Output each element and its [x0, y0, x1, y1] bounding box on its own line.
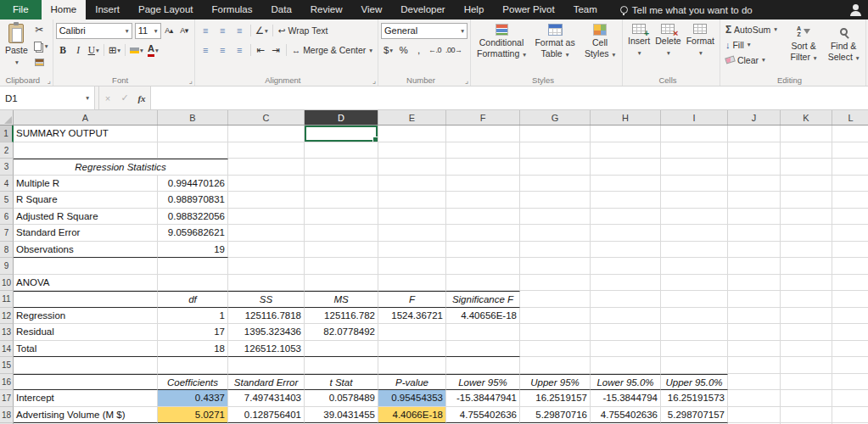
cell-G16[interactable]: Upper 95% [520, 374, 591, 391]
cell-H16[interactable]: Lower 95.0% [591, 374, 661, 391]
accounting-format-button[interactable]: $▾ [381, 42, 395, 58]
cell-H11[interactable] [591, 291, 661, 308]
cell-F5[interactable] [446, 192, 520, 209]
cell-I18[interactable]: 5.298707157 [661, 407, 728, 424]
font-color-button[interactable]: A▾ [146, 42, 160, 58]
cell-K15[interactable] [781, 357, 832, 374]
align-center-button[interactable]: ≡ [215, 42, 231, 58]
cell-F16[interactable]: Lower 95% [446, 374, 520, 391]
format-as-table-button[interactable]: Format as Table ▾ [529, 22, 580, 60]
cell-L9[interactable] [832, 258, 868, 275]
align-right-button[interactable]: ≡ [232, 42, 248, 58]
cell-G13[interactable] [520, 324, 591, 341]
cell-E16[interactable]: P-value [378, 374, 446, 391]
cell-L14[interactable] [832, 341, 868, 358]
cell-A6[interactable]: Adjusted R Square [14, 209, 158, 226]
cell-H4[interactable] [591, 176, 661, 192]
account-icon[interactable] [843, 0, 868, 20]
tab-page-layout[interactable]: Page Layout [129, 0, 203, 20]
cell-K8[interactable] [781, 242, 832, 259]
cell-C1[interactable] [228, 126, 305, 142]
cell-F11[interactable]: Significance F [446, 291, 520, 308]
paste-button[interactable]: Paste▾ [3, 22, 31, 70]
delete-cells-button[interactable]: Delete▾ [652, 22, 683, 59]
cell-E17[interactable]: 0.95454353 [378, 390, 446, 407]
orientation-button[interactable]: ∠▾ [254, 23, 270, 38]
cell-H8[interactable] [591, 242, 661, 259]
tab-data[interactable]: Data [262, 0, 301, 20]
cell-C11[interactable]: SS [228, 291, 305, 308]
cell-H17[interactable]: -15.3844794 [591, 390, 661, 407]
cell-J11[interactable] [728, 291, 781, 308]
font-size-select[interactable]: 11▾ [135, 23, 161, 39]
cell-A14[interactable]: Total [14, 341, 158, 358]
clear-button[interactable]: Clear▾ [723, 53, 780, 67]
cell-D1[interactable] [305, 126, 378, 142]
cell-E10[interactable] [378, 275, 446, 292]
cell-C13[interactable]: 1395.323436 [228, 324, 305, 341]
cell-E1[interactable] [378, 126, 446, 142]
cell-G8[interactable] [520, 242, 591, 259]
cell-C17[interactable]: 7.497431403 [228, 390, 305, 407]
cell-A11[interactable] [14, 291, 158, 308]
cell-G10[interactable] [520, 275, 591, 292]
cell-J1[interactable] [728, 126, 781, 142]
tab-developer[interactable]: Developer [391, 0, 454, 20]
decrease-indent-button[interactable]: ⇤ [254, 42, 268, 58]
cell-A12[interactable]: Regression [14, 308, 158, 325]
cell-E4[interactable] [378, 176, 446, 192]
row-header-1[interactable]: 1 [0, 126, 14, 142]
font-dialog-launcher-icon[interactable]: ⌟ [188, 76, 192, 85]
cell-L7[interactable] [832, 225, 868, 242]
cell-K7[interactable] [781, 225, 832, 242]
cell-K2[interactable] [781, 142, 832, 159]
cell-H14[interactable] [591, 341, 661, 358]
cell-F10[interactable] [446, 275, 520, 292]
cell-B2[interactable] [158, 142, 228, 159]
row-header-4[interactable]: 4 [0, 176, 14, 192]
cell-F3[interactable] [446, 159, 520, 176]
cell-H9[interactable] [591, 258, 661, 275]
cell-G18[interactable]: 5.29870716 [520, 407, 591, 424]
cell-G11[interactable] [520, 291, 591, 308]
cell-I9[interactable] [661, 258, 728, 275]
insert-function-button[interactable]: fx [133, 86, 150, 109]
cell-I10[interactable] [661, 275, 728, 292]
cell-A8[interactable]: Observations [14, 242, 158, 259]
cell-D4[interactable] [305, 176, 378, 192]
cell-J17[interactable] [728, 390, 781, 407]
cell-J13[interactable] [728, 324, 781, 341]
cell-K4[interactable] [781, 176, 832, 192]
cell-G14[interactable] [520, 341, 591, 358]
cell-L12[interactable] [832, 308, 868, 325]
tab-view[interactable]: View [352, 0, 392, 20]
cell-A3[interactable]: Regression Statistics [14, 159, 228, 176]
column-header-J[interactable]: J [728, 110, 781, 125]
column-header-L[interactable]: L [832, 110, 868, 125]
cell-H1[interactable] [591, 126, 661, 142]
cell-H5[interactable] [591, 192, 661, 209]
cell-G2[interactable] [520, 142, 591, 159]
cell-D17[interactable]: 0.0578489 [305, 390, 378, 407]
row-header-6[interactable]: 6 [0, 209, 14, 226]
row-header-15[interactable]: 15 [0, 357, 14, 374]
cell-C14[interactable]: 126512.1053 [228, 341, 305, 358]
cell-J18[interactable] [728, 407, 781, 424]
cell-F14[interactable] [446, 341, 520, 358]
cell-C9[interactable] [228, 258, 305, 275]
fill-color-button[interactable]: ▾ [128, 42, 145, 58]
cell-J12[interactable] [728, 308, 781, 325]
cell-K13[interactable] [781, 324, 832, 341]
cancel-button[interactable]: × [99, 86, 116, 109]
cell-F8[interactable] [446, 242, 520, 259]
cell-L4[interactable] [832, 176, 868, 192]
align-middle-button[interactable]: ≡ [215, 23, 231, 38]
cell-C12[interactable]: 125116.7818 [228, 308, 305, 325]
bold-button[interactable]: B [56, 42, 70, 58]
format-cells-button[interactable]: Format▾ [684, 22, 717, 59]
cell-F6[interactable] [446, 209, 520, 226]
cell-H10[interactable] [591, 275, 661, 292]
cell-L15[interactable] [832, 357, 868, 374]
cell-K12[interactable] [781, 308, 832, 325]
cell-C2[interactable] [228, 142, 305, 159]
